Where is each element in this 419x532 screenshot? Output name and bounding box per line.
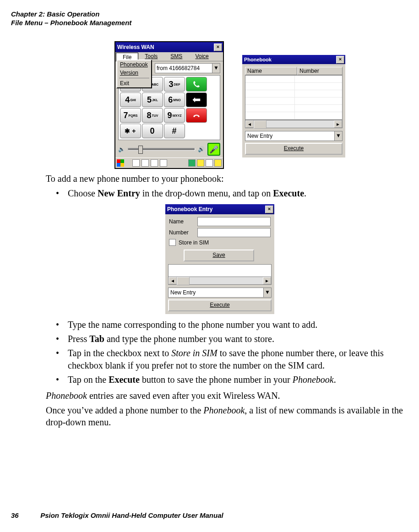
store-in-sim-checkbox[interactable] [169, 239, 176, 246]
phonebook-titlebar: Phonebook × [242, 55, 345, 64]
name-input[interactable] [197, 217, 271, 226]
tray-signal-icon[interactable] [206, 159, 213, 167]
list-item: Tap on the Execute button to save the ph… [66, 374, 408, 386]
list-item: Tap in the checkbox next to Store in SIM… [66, 347, 408, 372]
key-4[interactable]: 4GHI [120, 92, 141, 107]
tray-battery-icon[interactable] [197, 159, 204, 167]
table-row [245, 83, 342, 90]
col-name[interactable]: Name [245, 67, 297, 75]
scroll-left-icon[interactable]: ◂ [245, 120, 254, 128]
number-combo[interactable]: from 4166682784 ▼ [155, 63, 220, 73]
wireless-wan-window: Wireless WAN × File Tools SMS Voice Phon… [114, 41, 224, 169]
paragraph: Once you’ve added a phone number to the … [46, 404, 408, 428]
h-scrollbar[interactable]: ◂ ▸ [245, 120, 343, 128]
key-6[interactable]: 6MNO [164, 92, 185, 107]
scroll-right-icon[interactable]: ▸ [263, 277, 271, 284]
tray-icon[interactable] [160, 159, 167, 167]
h-scrollbar[interactable]: ◂ ▸ [168, 277, 272, 285]
key-hash[interactable]: # [164, 124, 185, 138]
phonebook-title: Phonebook [244, 57, 336, 62]
key-star[interactable]: ✱ + [120, 124, 141, 138]
speaker-high-icon: 🔊 [198, 146, 205, 152]
key-backspace[interactable]: ⬅ [186, 92, 207, 107]
action-combo-value: New Entry [169, 289, 263, 296]
list-item: Choose New Entry in the drop-down menu, … [66, 187, 408, 200]
bullet-list: Choose New Entry in the drop-down menu, … [46, 187, 408, 200]
volume-row: 🔈 🔊 🎤 [115, 141, 223, 157]
close-icon[interactable]: × [214, 43, 222, 51]
mic-icon: 🎤 [209, 145, 218, 154]
wwan-title: Wireless WAN [117, 44, 214, 50]
phonebook-window: Phonebook × Name Number ◂ ▸ New E [242, 55, 345, 157]
taskbar [115, 157, 223, 168]
key-0[interactable]: 0 [142, 124, 163, 138]
volume-slider[interactable] [128, 148, 195, 151]
close-icon[interactable]: × [336, 56, 344, 64]
action-combo[interactable]: New Entry ▼ [168, 288, 272, 298]
key-end-call[interactable] [186, 108, 207, 123]
slider-thumb[interactable] [138, 146, 143, 154]
paragraph: Phonebook entries are saved even after y… [46, 390, 408, 402]
chevron-down-icon[interactable]: ▼ [334, 131, 342, 141]
menu-separator [119, 78, 149, 78]
tray-icon[interactable] [151, 159, 158, 167]
phonebook-entry-window: Phonebook Entry × Name Number Store in S… [165, 204, 274, 314]
scroll-thumb[interactable] [177, 277, 190, 285]
scroll-right-icon[interactable]: ▸ [334, 120, 342, 128]
close-icon[interactable]: × [265, 206, 273, 213]
speaker-low-icon: 🔈 [118, 146, 125, 152]
pentry-titlebar: Phonebook Entry × [165, 204, 274, 214]
page-number: 36 [11, 511, 38, 519]
list-area [168, 264, 272, 277]
tray-phone-icon[interactable] [188, 159, 196, 167]
menu-item-exit[interactable]: Exit [117, 79, 151, 87]
number-label: Number [169, 229, 197, 236]
tray-icon[interactable] [141, 159, 149, 167]
figure-row-2: Phonebook Entry × Name Number Store in S… [32, 204, 408, 314]
wwan-titlebar: Wireless WAN × [115, 42, 223, 52]
col-number[interactable]: Number [297, 67, 343, 75]
menu-voice[interactable]: Voice [189, 52, 215, 61]
tray-icon[interactable] [132, 159, 140, 167]
menu-item-version[interactable]: Version [117, 69, 151, 77]
scroll-left-icon[interactable]: ◂ [169, 277, 177, 284]
tray-misc-icon[interactable] [214, 159, 222, 167]
key-call[interactable] [186, 77, 207, 92]
action-combo-value: New Entry [245, 133, 334, 139]
phone-end-icon [191, 111, 202, 119]
chevron-down-icon[interactable]: ▼ [212, 64, 220, 73]
execute-button[interactable]: Execute [245, 143, 343, 155]
action-combo[interactable]: New Entry ▼ [245, 131, 343, 141]
phonebook-list[interactable] [245, 75, 343, 120]
store-in-sim-label: Store in SIM [179, 239, 209, 246]
bullet-list: Type the name corresponding to the phone… [46, 319, 408, 386]
header-chapter: Chapter 2: Basic Operation [11, 10, 131, 19]
list-item: Press Tab and type the phone number you … [66, 333, 408, 345]
number-combo-value: from 4166682784 [155, 65, 212, 71]
footer-title: Psion Teklogix Omnii Hand-Held Computer … [40, 511, 223, 519]
table-row [245, 105, 342, 112]
page-footer: 36 Psion Teklogix Omnii Hand-Held Comput… [11, 511, 223, 519]
key-7[interactable]: 7PQRS [120, 108, 141, 123]
key-5[interactable]: 5JKL [142, 92, 163, 107]
scroll-thumb[interactable] [254, 120, 267, 129]
list-item: Type the name corresponding to the phone… [66, 319, 408, 331]
chevron-down-icon[interactable]: ▼ [263, 288, 271, 297]
backspace-icon: ⬅ [192, 94, 201, 106]
save-button[interactable]: Save [184, 250, 254, 261]
phonebook-list-header: Name Number [245, 67, 343, 75]
execute-button[interactable]: Execute [168, 299, 272, 311]
table-row [245, 90, 342, 98]
phone-icon [191, 80, 202, 88]
key-8[interactable]: 8TUV [142, 108, 163, 123]
key-3[interactable]: 3DEF [164, 77, 185, 92]
menu-sms[interactable]: SMS [164, 52, 189, 61]
menu-item-phonebook[interactable]: Phonebook [117, 60, 151, 69]
file-dropdown-menu: Phonebook Version Exit [116, 60, 152, 88]
table-row [245, 76, 342, 83]
start-icon[interactable] [117, 159, 124, 167]
number-input[interactable] [197, 228, 271, 237]
figure-row-1: Wireless WAN × File Tools SMS Voice Phon… [114, 41, 408, 169]
key-9[interactable]: 9WXYZ [164, 108, 185, 123]
mic-button[interactable]: 🎤 [207, 143, 220, 156]
